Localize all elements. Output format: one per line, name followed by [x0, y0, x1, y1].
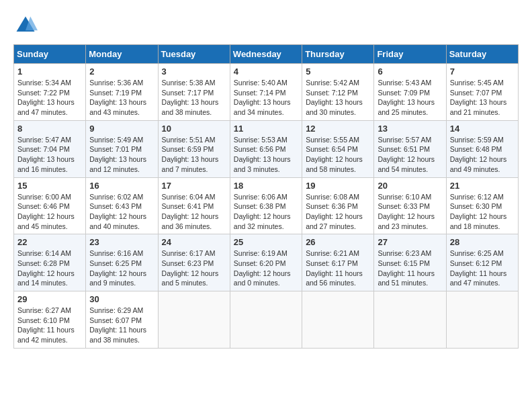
day-number: 17 — [162, 181, 226, 191]
sunset-label: Sunset: 6:38 PM — [234, 201, 298, 212]
daylight-label: Daylight: 11 hours and 42 minutes. — [17, 325, 82, 345]
day-number: 24 — [162, 237, 226, 247]
calendar-week-4: 22 Sunrise: 6:14 AM Sunset: 6:28 PM Dayl… — [14, 234, 519, 291]
logo — [13, 13, 42, 38]
sunset-label: Sunset: 6:43 PM — [89, 201, 154, 212]
sunrise-label: Sunrise: 6:27 AM — [17, 306, 82, 316]
logo-icon — [13, 13, 38, 38]
daylight-label: Daylight: 12 hours and 36 minutes. — [162, 212, 226, 231]
day-content: Sunrise: 6:16 AM Sunset: 6:25 PM Dayligh… — [89, 248, 154, 288]
sunset-label: Sunset: 6:15 PM — [378, 259, 442, 269]
sunrise-label: Sunrise: 5:42 AM — [306, 78, 370, 88]
sunrise-label: Sunrise: 5:57 AM — [378, 135, 442, 145]
col-friday: Friday — [374, 45, 446, 64]
col-thursday: Thursday — [302, 45, 374, 64]
daylight-label: Daylight: 13 hours and 38 minutes. — [162, 97, 226, 117]
calendar-day-27: 27 Sunrise: 6:23 AM Sunset: 6:15 PM Dayl… — [374, 234, 446, 291]
sunset-label: Sunset: 6:30 PM — [450, 201, 515, 212]
calendar-day-24: 24 Sunrise: 6:17 AM Sunset: 6:23 PM Dayl… — [158, 234, 230, 291]
day-number: 25 — [234, 237, 298, 247]
day-content: Sunrise: 5:40 AM Sunset: 7:14 PM Dayligh… — [234, 78, 298, 118]
sunrise-label: Sunrise: 6:23 AM — [378, 248, 442, 259]
sunrise-label: Sunrise: 6:29 AM — [89, 306, 154, 316]
sunset-label: Sunset: 6:51 PM — [378, 144, 442, 154]
calendar-day-17: 17 Sunrise: 6:04 AM Sunset: 6:41 PM Dayl… — [158, 177, 230, 234]
sunrise-label: Sunrise: 6:06 AM — [234, 192, 298, 202]
empty-cell — [374, 291, 446, 349]
day-number: 16 — [89, 181, 154, 191]
day-content: Sunrise: 6:10 AM Sunset: 6:33 PM Dayligh… — [378, 192, 442, 232]
sunrise-label: Sunrise: 6:16 AM — [89, 248, 154, 259]
sunrise-label: Sunrise: 5:51 AM — [162, 135, 226, 145]
daylight-label: Daylight: 11 hours and 51 minutes. — [378, 269, 442, 288]
day-number: 29 — [17, 294, 82, 304]
daylight-label: Daylight: 12 hours and 27 minutes. — [306, 212, 370, 231]
daylight-label: Daylight: 13 hours and 3 minutes. — [234, 154, 298, 174]
calendar-day-19: 19 Sunrise: 6:08 AM Sunset: 6:36 PM Dayl… — [302, 177, 374, 234]
daylight-label: Daylight: 12 hours and 18 minutes. — [450, 212, 515, 231]
day-number: 3 — [162, 66, 226, 77]
daylight-label: Daylight: 12 hours and 32 minutes. — [234, 212, 298, 231]
calendar-day-29: 29 Sunrise: 6:27 AM Sunset: 6:10 PM Dayl… — [14, 291, 86, 349]
sunset-label: Sunset: 6:17 PM — [306, 259, 370, 269]
calendar-day-11: 11 Sunrise: 5:53 AM Sunset: 6:56 PM Dayl… — [230, 120, 302, 177]
calendar-day-13: 13 Sunrise: 5:57 AM Sunset: 6:51 PM Dayl… — [374, 120, 446, 177]
sunset-label: Sunset: 7:01 PM — [89, 144, 154, 154]
sunrise-label: Sunrise: 5:40 AM — [234, 78, 298, 88]
sunset-label: Sunset: 7:07 PM — [450, 88, 515, 98]
day-content: Sunrise: 6:29 AM Sunset: 6:07 PM Dayligh… — [89, 306, 154, 345]
calendar-table: Sunday Monday Tuesday Wednesday Thursday… — [13, 44, 519, 349]
sunrise-label: Sunrise: 5:38 AM — [162, 78, 226, 88]
calendar-week-1: 1 Sunrise: 5:34 AM Sunset: 7:22 PM Dayli… — [14, 64, 519, 121]
daylight-label: Daylight: 13 hours and 21 minutes. — [450, 97, 515, 117]
daylight-label: Daylight: 12 hours and 0 minutes. — [234, 269, 298, 288]
daylight-label: Daylight: 13 hours and 43 minutes. — [89, 97, 154, 117]
day-number: 30 — [89, 294, 154, 304]
sunrise-label: Sunrise: 6:08 AM — [306, 192, 370, 202]
calendar-day-5: 5 Sunrise: 5:42 AM Sunset: 7:12 PM Dayli… — [302, 64, 374, 121]
day-content: Sunrise: 5:55 AM Sunset: 6:54 PM Dayligh… — [306, 135, 370, 175]
day-content: Sunrise: 5:57 AM Sunset: 6:51 PM Dayligh… — [378, 135, 442, 175]
sunrise-label: Sunrise: 5:45 AM — [450, 78, 515, 88]
empty-cell — [230, 291, 302, 349]
col-monday: Monday — [86, 45, 158, 64]
sunset-label: Sunset: 6:54 PM — [306, 144, 370, 154]
sunset-label: Sunset: 6:20 PM — [234, 259, 298, 269]
day-number: 11 — [234, 124, 298, 134]
day-number: 5 — [306, 66, 370, 77]
calendar-day-8: 8 Sunrise: 5:47 AM Sunset: 7:04 PM Dayli… — [14, 120, 86, 177]
sunrise-label: Sunrise: 6:19 AM — [234, 248, 298, 259]
daylight-label: Daylight: 11 hours and 47 minutes. — [450, 269, 515, 288]
day-content: Sunrise: 6:08 AM Sunset: 6:36 PM Dayligh… — [306, 192, 370, 232]
calendar-header-row: Sunday Monday Tuesday Wednesday Thursday… — [14, 45, 519, 64]
day-content: Sunrise: 6:12 AM Sunset: 6:30 PM Dayligh… — [450, 192, 515, 232]
sunset-label: Sunset: 7:17 PM — [162, 88, 226, 98]
day-content: Sunrise: 6:27 AM Sunset: 6:10 PM Dayligh… — [17, 306, 82, 345]
sunrise-label: Sunrise: 6:25 AM — [450, 248, 515, 259]
sunset-label: Sunset: 6:33 PM — [378, 201, 442, 212]
daylight-label: Daylight: 13 hours and 30 minutes. — [306, 97, 370, 117]
calendar-day-21: 21 Sunrise: 6:12 AM Sunset: 6:30 PM Dayl… — [446, 177, 518, 234]
sunset-label: Sunset: 6:10 PM — [17, 316, 82, 326]
sunset-label: Sunset: 6:25 PM — [89, 259, 154, 269]
sunset-label: Sunset: 6:56 PM — [234, 144, 298, 154]
sunrise-label: Sunrise: 5:53 AM — [234, 135, 298, 145]
daylight-label: Daylight: 12 hours and 49 minutes. — [450, 154, 515, 174]
sunset-label: Sunset: 7:14 PM — [234, 88, 298, 98]
sunset-label: Sunset: 7:12 PM — [306, 88, 370, 98]
calendar-day-14: 14 Sunrise: 5:59 AM Sunset: 6:48 PM Dayl… — [446, 120, 518, 177]
sunset-label: Sunset: 6:48 PM — [450, 144, 515, 154]
sunrise-label: Sunrise: 5:47 AM — [17, 135, 82, 145]
day-number: 22 — [17, 237, 82, 247]
day-number: 9 — [89, 124, 154, 134]
day-content: Sunrise: 6:17 AM Sunset: 6:23 PM Dayligh… — [162, 248, 226, 288]
daylight-label: Daylight: 13 hours and 16 minutes. — [17, 154, 82, 174]
empty-cell — [446, 291, 518, 349]
sunrise-label: Sunrise: 6:10 AM — [378, 192, 442, 202]
sunset-label: Sunset: 6:23 PM — [162, 259, 226, 269]
day-content: Sunrise: 5:53 AM Sunset: 6:56 PM Dayligh… — [234, 135, 298, 175]
day-number: 18 — [234, 181, 298, 191]
day-number: 4 — [234, 66, 298, 77]
calendar-day-30: 30 Sunrise: 6:29 AM Sunset: 6:07 PM Dayl… — [86, 291, 158, 349]
sunset-label: Sunset: 6:46 PM — [17, 201, 82, 212]
